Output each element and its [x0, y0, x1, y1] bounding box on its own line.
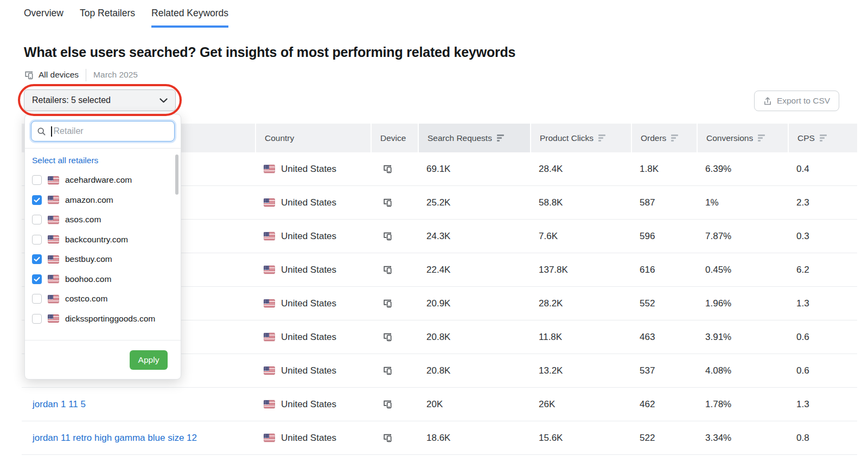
us-flag-icon [48, 196, 59, 204]
sort-icon[interactable] [497, 134, 504, 142]
retailer-search-input[interactable]: Retailer [31, 121, 175, 142]
table-row: jordan 11 retro high gamma blue size 12 … [22, 421, 857, 455]
us-flag-icon [48, 275, 59, 283]
conversions-value: 3.34% [697, 421, 788, 454]
retailer-option-label: boohoo.com [65, 274, 111, 284]
device-icon [382, 332, 393, 342]
search-requests-value: 69.1K [418, 152, 530, 185]
retailer-option[interactable]: backcountry.com [25, 230, 181, 250]
conversions-value: 7.87% [697, 220, 788, 253]
orders-value: 616 [631, 253, 697, 286]
devices-icon [24, 70, 34, 80]
country-label: United States [281, 399, 336, 410]
checkbox[interactable] [32, 195, 42, 205]
retailer-option[interactable]: acehardware.com [25, 170, 181, 190]
conversions-value: 0.45% [697, 253, 788, 286]
tab-related-keywords[interactable]: Related Keywords [151, 8, 228, 28]
column-header-product-clicks[interactable]: Product Clicks [530, 124, 631, 152]
keyword-link[interactable]: jordan 1 11 5 [33, 399, 86, 410]
column-header-cps[interactable]: CPS [788, 124, 857, 152]
column-header-conversions[interactable]: Conversions [697, 124, 788, 152]
device-icon [382, 365, 393, 376]
devices-filter-label: All devices [39, 70, 79, 80]
search-icon [37, 127, 46, 136]
search-requests-value: 24.3K [418, 220, 530, 253]
orders-value: 463 [631, 320, 697, 354]
us-flag-icon [264, 400, 275, 408]
search-requests-value: 20K [418, 388, 530, 421]
country-label: United States [281, 197, 336, 208]
country-label: United States [281, 365, 336, 376]
dropdown-footer: Apply [25, 340, 181, 379]
retailer-option[interactable]: amazon.com [25, 190, 181, 210]
sort-icon[interactable] [758, 134, 765, 142]
us-flag-icon [264, 367, 275, 375]
column-header-country: Country [255, 124, 371, 152]
product-clicks-value: 58.8K [530, 186, 631, 219]
retailer-option[interactable]: boohoo.com [25, 269, 181, 290]
checkbox[interactable] [32, 294, 42, 304]
column-header-orders[interactable]: Orders [631, 124, 697, 152]
export-csv-button[interactable]: Export to CSV [754, 91, 839, 111]
conversions-value: 1.96% [697, 287, 788, 320]
us-flag-icon [264, 165, 275, 173]
checkbox[interactable] [32, 235, 42, 245]
sort-icon[interactable] [820, 134, 827, 142]
sort-icon[interactable] [671, 134, 678, 142]
retailer-option[interactable]: costco.com [25, 289, 181, 309]
retailer-option[interactable]: dickssportinggoods.com [25, 309, 181, 329]
retailer-option[interactable]: asos.com [25, 210, 181, 230]
retailers-dropdown-panel: Retailer Select all retailers acehardwar… [24, 114, 181, 380]
retailer-option[interactable]: bestbuy.com [25, 249, 181, 269]
conversions-value: 1.78% [697, 388, 788, 421]
orders-value: 522 [631, 421, 697, 454]
scrollbar-thumb[interactable] [175, 155, 178, 195]
checkbox[interactable] [32, 215, 42, 224]
export-csv-label: Export to CSV [777, 96, 830, 106]
period-label: March 2025 [93, 70, 138, 80]
apply-button[interactable]: Apply [130, 350, 168, 370]
tab-overview[interactable]: Overview [24, 8, 63, 28]
conversions-value: 3.91% [697, 320, 788, 354]
column-header-label: Product Clicks [540, 133, 593, 143]
column-header-search-requests[interactable]: Search Requests [418, 124, 530, 152]
country-label: United States [281, 332, 336, 343]
us-flag-icon [264, 232, 275, 240]
tab-bar: Overview Top Retailers Related Keywords [24, 8, 228, 28]
us-flag-icon [48, 314, 59, 323]
select-all-retailers-link[interactable]: Select all retailers [25, 149, 181, 168]
product-clicks-value: 28.4K [530, 152, 631, 185]
keyword-link[interactable]: jordan 11 retro high gamma blue size 12 [33, 433, 197, 444]
device-icon [382, 164, 393, 174]
search-placeholder: Retailer [54, 126, 84, 136]
search-requests-value: 20.9K [418, 287, 530, 320]
checkbox[interactable] [32, 175, 42, 185]
cps-value: 0.8 [788, 421, 857, 454]
sort-icon[interactable] [598, 134, 605, 142]
product-clicks-value: 15.6K [530, 421, 631, 454]
device-icon [382, 231, 393, 241]
retailer-option-label: backcountry.com [65, 235, 128, 245]
product-clicks-value: 28.2K [530, 287, 631, 320]
retailer-option-label: dickssportinggoods.com [65, 314, 155, 324]
checkbox[interactable] [32, 274, 42, 284]
us-flag-icon [264, 266, 275, 274]
orders-value: 462 [631, 388, 697, 421]
us-flag-icon [264, 434, 275, 442]
related-keywords-page: Overview Top Retailers Related Keywords … [0, 0, 868, 469]
cps-value: 1.3 [788, 388, 857, 421]
tab-top-retailers[interactable]: Top Retailers [80, 8, 135, 28]
cps-value: 0.6 [788, 320, 857, 354]
country-label: United States [281, 265, 336, 275]
country-label: United States [281, 433, 336, 444]
orders-value: 587 [631, 186, 697, 219]
page-title: What else users searched? Get insights o… [24, 44, 515, 60]
checkbox[interactable] [32, 254, 42, 264]
conversions-value: 1% [697, 186, 788, 219]
orders-value: 1.8K [631, 152, 697, 185]
chevron-down-icon [159, 98, 168, 103]
retailers-dropdown-button[interactable]: Retailers: 5 selected [24, 89, 176, 111]
checkbox[interactable] [32, 314, 42, 324]
conversions-value: 6.39% [697, 152, 788, 185]
us-flag-icon [48, 235, 59, 243]
